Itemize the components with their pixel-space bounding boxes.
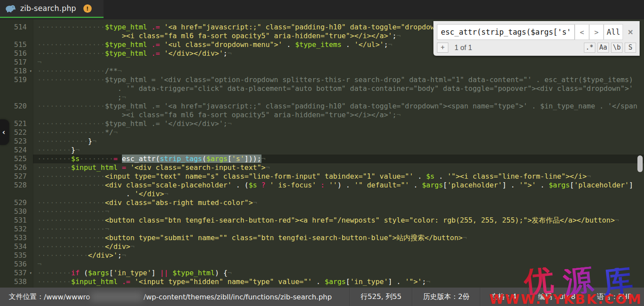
case-sensitive-toggle[interactable]: Aa [597, 43, 609, 53]
php-elephant-icon [4, 4, 16, 12]
code-row: ········$input_html .= '<input type="hid… [37, 277, 644, 286]
line-number[interactable]: 516 [0, 49, 33, 58]
editor-window: zib-search.php ! 514················$typ… [0, 0, 644, 306]
code-line-530[interactable]: 530················¬ [0, 207, 644, 216]
tab-bar: zib-search.php ! [0, 0, 644, 19]
code-line-527[interactable]: 527················<input type="text" na… [0, 172, 644, 181]
code-line-535[interactable]: 535············</div>';¬ [0, 251, 644, 260]
code-line-523[interactable]: 523············}¬ [0, 137, 644, 146]
line-number[interactable]: 529 [0, 198, 33, 207]
code-line-518[interactable]: 518▾················/**¬ [0, 67, 644, 76]
code-row: ><i class="fa ml6 fa-sort opacity5" aria… [37, 111, 644, 119]
code-row: ················</div>¬ [37, 242, 644, 251]
code-line-538[interactable]: 538········$input_html .= '<input type="… [0, 277, 644, 286]
code-line-531[interactable]: 531················<button class="btn te… [0, 216, 644, 225]
next-match-button[interactable]: > [589, 24, 604, 40]
line-number[interactable]: 531 [0, 216, 33, 225]
line-number[interactable]: 525 [0, 155, 33, 163]
chevron-left-icon: ‹ [2, 128, 5, 137]
line-number[interactable]: 520 [0, 102, 33, 111]
line-number[interactable]: 536 [0, 260, 33, 269]
line-number[interactable]: 537▾ [0, 269, 33, 277]
code-row: . '</div>¬ [37, 190, 644, 198]
code-line-520[interactable]: 520················$type_html .= '<a hre… [0, 102, 644, 119]
line-number[interactable]: 538 [0, 277, 33, 286]
line-number[interactable]: 532 [0, 225, 33, 234]
code-row: ¬ [37, 58, 644, 67]
sidebar-collapse-handle[interactable]: ‹ [0, 119, 9, 145]
code-line-521[interactable]: 521················$type_html .= '</div>… [0, 119, 644, 128]
fold-arrow-icon[interactable]: ▾ [29, 67, 32, 76]
code-line-534[interactable]: 534················</div>¬ [0, 242, 644, 251]
code-row: . '" data-trigger="click" data-placement… [37, 84, 644, 93]
code-row: ············</div>';¬ [37, 251, 644, 260]
cursor-position: 行525, 列55 [350, 288, 412, 306]
highlight-toggle[interactable]: S [625, 43, 636, 53]
code-row: ················¬ [37, 225, 644, 234]
history-versions[interactable]: 历史版本：2份 [412, 288, 480, 306]
tab-zib-search[interactable]: zib-search.php ! [0, 0, 104, 18]
line-number[interactable]: 519 [0, 76, 33, 84]
fold-arrow-icon[interactable]: ▾ [29, 269, 32, 277]
line-number[interactable]: 534 [0, 242, 33, 251]
line-number[interactable]: 515 [0, 40, 33, 49]
regex-toggle[interactable]: .* [584, 43, 595, 53]
encoding-setting[interactable]: 编码：utf-8 [527, 288, 586, 306]
status-bar: 文件位置： /www/wwwro /wp-content/themes/zibl… [0, 288, 644, 306]
code-row: ················<div class="scale-placeh… [37, 181, 644, 190]
code-line-533[interactable]: 533················<button type="submit"… [0, 234, 644, 242]
code-row: ················$type_html .= '</div></d… [37, 119, 644, 128]
code-line-522[interactable]: 522················*/¬ [0, 128, 644, 137]
line-number[interactable]: 518▾ [0, 67, 33, 76]
code-line-529[interactable]: 529················<div class="abs-right… [0, 198, 644, 207]
close-search-icon[interactable]: × [625, 24, 636, 40]
code-row: ················<button class="btn tengf… [37, 216, 644, 225]
code-row: ;¬ [37, 93, 644, 102]
code-line-517[interactable]: 517¬ [0, 58, 644, 67]
line-number[interactable]: 528 [0, 181, 33, 190]
line-number[interactable]: 533 [0, 234, 33, 242]
line-number[interactable]: 526 [0, 163, 33, 172]
match-count: 1 of 1 [454, 44, 472, 52]
search-panel: < > All × + 1 of 1 .* Aa \b S [433, 21, 640, 56]
line-number[interactable]: 527 [0, 172, 33, 181]
code-row: ········}¬ [37, 146, 644, 155]
code-line-524[interactable]: 524········}¬ [0, 146, 644, 155]
code-editor[interactable]: 514················$type_html .= '<a hre… [0, 19, 644, 288]
code-line-537[interactable]: 537▾········if ($args['in_type'] || $typ… [0, 269, 644, 277]
line-number[interactable]: 535 [0, 251, 33, 260]
vertical-scrollbar-thumb[interactable] [637, 155, 643, 172]
code-line-536[interactable]: 536¬ [0, 260, 644, 269]
modified-warning-icon[interactable]: ! [83, 4, 92, 13]
blurred-path-segment [91, 292, 143, 302]
code-row: ················<input type="text" name=… [37, 172, 644, 181]
file-location: 文件位置： /www/wwwro /wp-content/themes/zibl… [0, 292, 332, 302]
code-line-525[interactable]: 525········$s········= esc_attr(strip_ta… [0, 155, 644, 163]
code-line-519[interactable]: 519················$type_html = '<div cl… [0, 76, 644, 102]
code-row: ················$type_html .= '<a href="… [37, 102, 644, 111]
code-row: ¬ [37, 260, 644, 269]
prev-match-button[interactable]: < [575, 24, 589, 40]
line-number[interactable]: 514 [0, 23, 33, 32]
file-path-prefix: /www/wwwro [44, 293, 90, 301]
line-number[interactable]: 530 [0, 207, 33, 216]
code-line-528[interactable]: 528················<div class="scale-pla… [0, 181, 644, 198]
code-row: ········$s········= esc_attr(strip_tags(… [37, 155, 644, 163]
code-line-526[interactable]: 526········$input_html = '<div class="se… [0, 163, 644, 172]
add-replace-button[interactable]: + [437, 43, 448, 53]
find-all-button[interactable]: All [604, 24, 623, 40]
code-row: ················¬ [37, 207, 644, 216]
tab-title: zib-search.php [20, 4, 76, 13]
code-row: ················*/¬ [37, 128, 644, 137]
line-number[interactable]: 517 [0, 58, 33, 67]
line-number[interactable]: 524 [0, 146, 33, 155]
code-row: ········if ($args['in_type'] || $type_ht… [37, 269, 644, 277]
language-setting[interactable]: 语言：PHP [586, 288, 644, 306]
whole-word-toggle[interactable]: \b [611, 43, 623, 53]
code-line-532[interactable]: 532················¬ [0, 225, 644, 234]
code-row: ············}¬ [37, 137, 644, 146]
search-input[interactable] [437, 24, 575, 40]
spaces-setting[interactable]: 空格：4 [480, 288, 527, 306]
code-row: ················/**¬ [37, 67, 644, 76]
file-location-label: 文件位置： [9, 292, 44, 302]
